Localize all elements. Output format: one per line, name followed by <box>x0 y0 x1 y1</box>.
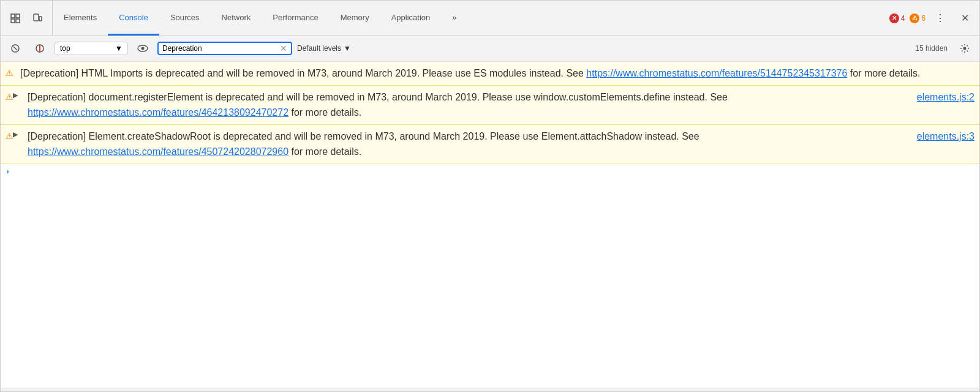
settings-button[interactable] <box>955 39 974 58</box>
tab-application[interactable]: Application <box>380 1 442 36</box>
drawer-tab-whats-new[interactable]: What's New <box>74 388 136 392</box>
warn-icon: ⚠ <box>910 13 919 23</box>
tab-sources[interactable]: Sources <box>159 1 211 36</box>
file-link-2[interactable]: elements.js:2 <box>905 89 974 105</box>
levels-arrow-icon: ▼ <box>344 44 351 53</box>
error-icon: ✕ <box>889 13 899 23</box>
dropdown-arrow-icon: ▼ <box>115 44 123 53</box>
filter-wrapper: ✕ <box>157 42 292 55</box>
svg-rect-1 <box>11 19 15 23</box>
tab-elements[interactable]: Elements <box>53 1 108 36</box>
levels-label: Default levels <box>297 44 341 53</box>
console-entry-3: ⚠ ▶ [Deprecation] Element.createShadowRo… <box>1 125 979 164</box>
console-messages: ⚠ [Deprecation] HTML Imports is deprecat… <box>1 62 979 388</box>
prompt-arrow-icon: › <box>6 168 10 176</box>
console-toolbar: top ▼ ✕ Default levels ▼ 15 hidden <box>1 36 979 62</box>
inspect-element-button[interactable] <box>6 9 25 28</box>
filter-clear-button[interactable]: ✕ <box>280 44 287 53</box>
svg-line-7 <box>13 47 17 50</box>
toolbar2-right: 15 hidden <box>915 39 974 58</box>
close-devtools-button[interactable]: ✕ <box>955 9 974 28</box>
context-selector[interactable]: top ▼ <box>55 42 128 55</box>
clear-console-button[interactable] <box>6 39 25 58</box>
device-toolbar-button[interactable] <box>28 9 47 28</box>
more-options-button[interactable]: ⋮ <box>930 9 950 28</box>
error-count[interactable]: ✕ 4 <box>889 13 905 23</box>
top-toolbar: Elements Console Sources Network Perform… <box>1 1 979 36</box>
tab-more[interactable]: » <box>441 1 467 36</box>
console-entry-1: ⚠ [Deprecation] HTML Imports is deprecat… <box>1 62 979 86</box>
main-tabs: Elements Console Sources Network Perform… <box>53 1 884 36</box>
bottom-drawer: ⋮ Console What's New ✕ <box>1 388 979 392</box>
svg-rect-4 <box>34 14 39 21</box>
svg-point-12 <box>963 47 967 50</box>
context-label: top <box>60 44 70 53</box>
eye-button[interactable] <box>133 39 153 58</box>
tab-console[interactable]: Console <box>108 1 159 36</box>
entry-text-2: [Deprecation] document.registerElement i… <box>20 89 905 121</box>
expand-arrow-2[interactable]: ▶ <box>13 90 18 101</box>
console-prompt[interactable]: › <box>1 164 979 180</box>
svg-point-11 <box>141 47 145 50</box>
svg-rect-0 <box>11 14 15 18</box>
stop-recording-button[interactable] <box>30 39 50 58</box>
expand-arrow-3[interactable]: ▶ <box>13 129 18 140</box>
console-entry-2: ⚠ ▶ [Deprecation] document.registerEleme… <box>1 86 979 125</box>
warn-count[interactable]: ⚠ 6 <box>910 13 925 23</box>
entry-link-2[interactable]: https://www.chromestatus.com/features/46… <box>28 107 288 118</box>
tab-performance[interactable]: Performance <box>262 1 329 36</box>
entry-text-1: [Deprecation] HTML Imports is deprecated… <box>20 66 974 81</box>
entry-link-1[interactable]: https://www.chromestatus.com/features/51… <box>586 68 847 78</box>
drawer-tab-console[interactable]: Console <box>25 388 74 392</box>
svg-rect-2 <box>16 14 20 18</box>
svg-rect-5 <box>39 17 42 21</box>
devtools-icons <box>6 1 53 36</box>
filter-input[interactable] <box>162 44 277 53</box>
file-link-3[interactable]: elements.js:3 <box>905 129 974 145</box>
entry-link-3[interactable]: https://www.chromestatus.com/features/45… <box>28 146 288 157</box>
warn-triangle-icon-1: ⚠ <box>6 66 13 80</box>
log-levels-button[interactable]: Default levels ▼ <box>297 44 351 53</box>
toolbar-status: ✕ 4 ⚠ 6 ⋮ ✕ <box>884 9 974 28</box>
hidden-count: 15 hidden <box>915 44 948 53</box>
tab-network[interactable]: Network <box>211 1 262 36</box>
svg-rect-3 <box>16 19 20 23</box>
tab-memory[interactable]: Memory <box>330 1 380 36</box>
console-main: ⚠ [Deprecation] HTML Imports is deprecat… <box>1 62 979 388</box>
entry-text-3: [Deprecation] Element.createShadowRoot i… <box>20 129 905 160</box>
